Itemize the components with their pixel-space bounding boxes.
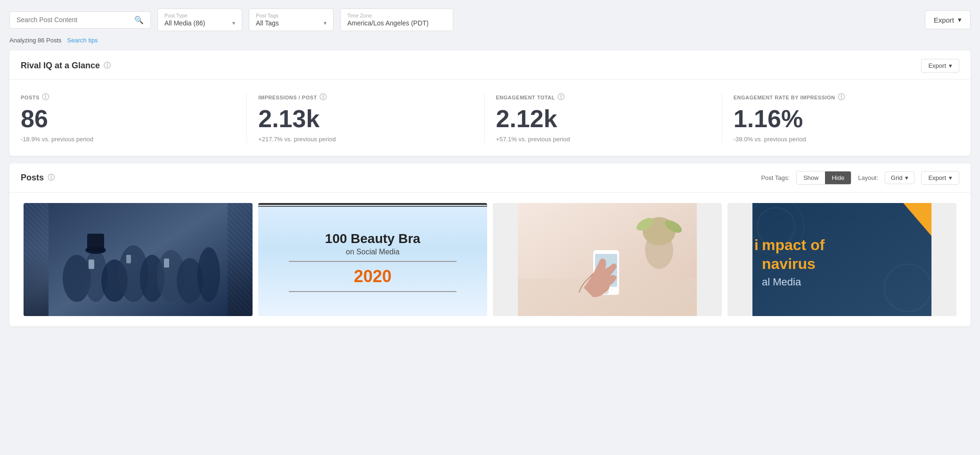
metric-engagement-rate-value: 1.16% xyxy=(734,106,948,131)
post-type-value: All Media (86) xyxy=(164,19,205,27)
layout-value: Grid xyxy=(891,174,903,181)
info-icon[interactable]: ⓘ xyxy=(104,61,111,70)
post-image-3 xyxy=(493,203,722,316)
info-icon[interactable]: ⓘ xyxy=(42,93,49,102)
export-label: Export xyxy=(928,62,946,69)
info-icon[interactable]: ⓘ xyxy=(319,93,327,102)
export-button[interactable]: Export ▾ xyxy=(925,10,971,29)
beauty-subtitle: on Social Media xyxy=(346,248,400,256)
search-input[interactable] xyxy=(16,16,131,24)
post-image-4: mpact of navirus al Media i xyxy=(727,203,956,316)
post-grid: 100 Beauty Bra on Social Media 2020 xyxy=(9,193,971,326)
search-tips-link[interactable]: Search tips xyxy=(67,37,98,44)
post-tags-label: Post Tags xyxy=(256,13,327,18)
post-card-2[interactable]: 100 Beauty Bra on Social Media 2020 xyxy=(258,203,487,316)
chevron-down-icon: ▾ xyxy=(949,62,952,69)
info-icon[interactable]: ⓘ xyxy=(557,93,565,102)
toolbar: 🔍 Post Type All Media (86) ▾ Post Tags A… xyxy=(0,0,980,35)
export-label: Export xyxy=(934,16,954,24)
metric-engagement-total-value: 2.12k xyxy=(496,106,710,131)
post-tags-dropdown[interactable]: Post Tags All Tags ▾ xyxy=(249,8,334,31)
metric-impressions-value: 2.13k xyxy=(258,106,473,131)
sub-toolbar: Analyzing 86 Posts Search tips xyxy=(0,35,980,50)
chevron-down-icon: ▾ xyxy=(324,20,327,26)
posts-controls: Post Tags: Show Hide Layout: Grid ▾ Expo… xyxy=(761,171,959,185)
svg-text:mpact of: mpact of xyxy=(762,236,825,253)
metric-posts-value: 86 xyxy=(21,106,235,131)
svg-rect-10 xyxy=(126,255,131,263)
glance-export-button[interactable]: Export ▾ xyxy=(921,59,959,73)
post-card-4[interactable]: mpact of navirus al Media i xyxy=(727,203,956,316)
info-icon[interactable]: ⓘ xyxy=(48,173,55,182)
posts-card-header: Posts ⓘ Post Tags: Show Hide Layout: Gri… xyxy=(9,163,971,193)
post-tags-value: All Tags xyxy=(256,19,279,27)
phone-hands-svg xyxy=(493,203,722,316)
post-image-2: 100 Beauty Bra on Social Media 2020 xyxy=(258,203,487,316)
metric-posts: POSTS ⓘ 86 -18.9% vs. previous period xyxy=(21,93,247,143)
chevron-down-icon: ▾ xyxy=(949,174,952,181)
posts-card-title: Posts ⓘ xyxy=(21,173,55,183)
glance-card: Rival IQ at a Glance ⓘ Export ▾ POSTS ⓘ … xyxy=(9,50,971,156)
chevron-down-icon: ▾ xyxy=(232,20,235,26)
metric-impressions-label: IMPRESSIONS / POST ⓘ xyxy=(258,93,473,102)
metric-impressions-change: +217.7% vs. previous period xyxy=(258,136,473,143)
svg-text:navirus: navirus xyxy=(762,255,816,272)
search-icon: 🔍 xyxy=(134,16,144,24)
post-type-label: Post Type xyxy=(164,13,235,18)
svg-text:al Media: al Media xyxy=(762,276,801,288)
post-card-3[interactable] xyxy=(493,203,722,316)
metrics-row: POSTS ⓘ 86 -18.9% vs. previous period IM… xyxy=(9,80,971,156)
post-image-1 xyxy=(24,203,253,316)
glance-card-header: Rival IQ at a Glance ⓘ Export ▾ xyxy=(9,50,971,80)
crowd-svg xyxy=(24,203,253,316)
metric-posts-change: -18.9% vs. previous period xyxy=(21,136,235,143)
post-type-dropdown[interactable]: Post Type All Media (86) ▾ xyxy=(157,8,242,31)
analyzing-text: Analyzing 86 Posts xyxy=(9,37,62,44)
timezone-value: America/Los Angeles (PDT) xyxy=(347,19,429,27)
post-tags-toggle: Show Hide xyxy=(796,171,851,185)
svg-point-8 xyxy=(197,247,220,302)
metric-impressions: IMPRESSIONS / POST ⓘ 2.13k +217.7% vs. p… xyxy=(258,93,484,143)
hide-toggle-button[interactable]: Hide xyxy=(825,171,851,184)
metric-engagement-rate-change: -39.0% vs. previous period xyxy=(734,136,948,143)
beauty-year: 2020 xyxy=(354,267,392,286)
layout-label: Layout: xyxy=(858,174,878,181)
metric-posts-label: POSTS ⓘ xyxy=(21,93,235,102)
metric-engagement-rate: ENGAGEMENT RATE BY IMPRESSION ⓘ 1.16% -3… xyxy=(734,93,959,143)
post-card-1[interactable] xyxy=(24,203,253,316)
metric-engagement-total-change: +57.1% vs. previous period xyxy=(496,136,710,143)
metric-engagement-total-label: ENGAGEMENT TOTAL ⓘ xyxy=(496,93,710,102)
chevron-down-icon: ▾ xyxy=(958,16,962,24)
export-label: Export xyxy=(928,174,946,181)
glance-card-title: Rival IQ at a Glance ⓘ xyxy=(21,61,111,71)
covid-svg: mpact of navirus al Media i xyxy=(727,203,956,316)
svg-rect-9 xyxy=(89,260,94,269)
timezone-label: Time Zone xyxy=(347,13,446,18)
svg-rect-11 xyxy=(164,259,169,268)
layout-dropdown[interactable]: Grid ▾ xyxy=(885,171,915,184)
metric-engagement-total: ENGAGEMENT TOTAL ⓘ 2.12k +57.1% vs. prev… xyxy=(496,93,722,143)
posts-export-button[interactable]: Export ▾ xyxy=(921,171,959,185)
svg-rect-13 xyxy=(87,234,104,252)
beauty-title: 100 Beauty Bra xyxy=(325,232,420,246)
posts-card: Posts ⓘ Post Tags: Show Hide Layout: Gri… xyxy=(9,163,971,326)
search-box[interactable]: 🔍 xyxy=(9,11,151,29)
post-tags-label: Post Tags: xyxy=(761,174,789,181)
chevron-down-icon: ▾ xyxy=(905,174,908,181)
svg-text:i: i xyxy=(754,236,759,253)
timezone-dropdown[interactable]: Time Zone America/Los Angeles (PDT) xyxy=(340,8,453,31)
show-toggle-button[interactable]: Show xyxy=(797,171,825,184)
info-icon[interactable]: ⓘ xyxy=(838,93,845,102)
metric-engagement-rate-label: ENGAGEMENT RATE BY IMPRESSION ⓘ xyxy=(734,93,948,102)
